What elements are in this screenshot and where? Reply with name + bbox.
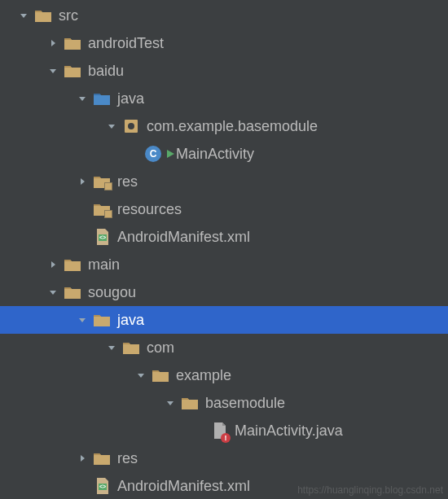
tree-item-label: sougou bbox=[88, 284, 136, 301]
tree-item-label: baidu bbox=[88, 63, 124, 80]
tree-item-label: java bbox=[117, 90, 144, 107]
folder-res-icon bbox=[93, 173, 111, 190]
tree-row[interactable]: src bbox=[0, 2, 448, 29]
xml-icon: <> bbox=[93, 228, 111, 246]
arrow-placeholder bbox=[192, 423, 207, 438]
tree-item-label: AndroidManifest.xml bbox=[117, 478, 250, 495]
tree-item-label: main bbox=[88, 256, 120, 274]
folder-icon bbox=[93, 449, 111, 467]
tree-item-label: basemodule bbox=[205, 395, 285, 412]
folder-icon bbox=[181, 394, 199, 412]
folder-icon bbox=[64, 62, 81, 80]
svg-point-1 bbox=[128, 123, 134, 129]
tree-row[interactable]: res bbox=[0, 168, 448, 195]
tree-row[interactable]: sougou bbox=[0, 278, 448, 306]
tree-item-label: MainActivity bbox=[176, 146, 254, 163]
watermark: https://huanglinqing.blog.csdn.net bbox=[297, 484, 443, 496]
chevron-down-icon[interactable] bbox=[75, 91, 90, 106]
tree-item-label: java bbox=[117, 312, 144, 329]
folder-icon bbox=[64, 256, 81, 274]
tree-row[interactable]: resources bbox=[0, 195, 448, 223]
tree-item-label: resources bbox=[117, 201, 182, 218]
folder-icon bbox=[34, 7, 52, 24]
chevron-down-icon[interactable] bbox=[16, 8, 31, 23]
tree-item-label: src bbox=[59, 7, 78, 24]
folder-icon bbox=[64, 283, 81, 301]
chevron-down-icon[interactable] bbox=[46, 285, 60, 300]
tree-item-label: res bbox=[117, 450, 138, 467]
class-run-icon: C bbox=[152, 145, 169, 163]
tree-row[interactable]: ! MainActivity.java bbox=[0, 417, 448, 444]
folder-icon bbox=[93, 311, 111, 329]
arrow-placeholder bbox=[75, 479, 90, 493]
folder-icon bbox=[122, 339, 140, 357]
folder-src-icon bbox=[93, 90, 111, 107]
tree-row[interactable]: <> AndroidManifest.xml bbox=[0, 223, 448, 251]
arrow-placeholder bbox=[75, 230, 90, 244]
chevron-right-icon[interactable] bbox=[46, 257, 60, 272]
chevron-right-icon[interactable] bbox=[75, 451, 90, 466]
chevron-down-icon[interactable] bbox=[46, 63, 60, 78]
folder-icon bbox=[64, 34, 81, 52]
chevron-right-icon[interactable] bbox=[75, 174, 90, 189]
tree-item-label: AndroidManifest.xml bbox=[117, 229, 250, 246]
tree-item-label: com bbox=[147, 339, 174, 357]
tree-row[interactable]: baidu bbox=[0, 57, 448, 85]
svg-text:<>: <> bbox=[99, 484, 106, 489]
chevron-down-icon[interactable] bbox=[104, 119, 119, 134]
chevron-down-icon[interactable] bbox=[75, 313, 90, 327]
chevron-right-icon[interactable] bbox=[46, 36, 60, 50]
tree-row[interactable]: java bbox=[0, 85, 448, 112]
folder-res-icon bbox=[93, 200, 111, 218]
xml-icon: <> bbox=[93, 477, 111, 495]
tree-item-label: MainActivity.java bbox=[235, 422, 343, 440]
tree-row[interactable]: com.example.basemodule bbox=[0, 112, 448, 140]
folder-icon bbox=[152, 366, 169, 384]
file-error-icon: ! bbox=[210, 422, 228, 440]
chevron-down-icon[interactable] bbox=[163, 396, 178, 410]
tree-row[interactable]: example bbox=[0, 361, 448, 389]
tree-row[interactable]: main bbox=[0, 251, 448, 278]
tree-row[interactable]: res bbox=[0, 444, 448, 472]
svg-text:<>: <> bbox=[99, 234, 106, 240]
package-icon bbox=[122, 117, 140, 135]
arrow-placeholder bbox=[75, 202, 90, 217]
tree-item-label: com.example.basemodule bbox=[147, 118, 318, 135]
chevron-down-icon[interactable] bbox=[104, 340, 119, 355]
tree-item-label: androidTest bbox=[88, 35, 164, 52]
tree-row[interactable]: C MainActivity bbox=[0, 140, 448, 168]
tree-row[interactable]: basemodule bbox=[0, 389, 448, 417]
chevron-down-icon[interactable] bbox=[134, 368, 148, 383]
project-tree: src androidTest baidu java com.example.b… bbox=[0, 0, 448, 499]
tree-row[interactable]: androidTest bbox=[0, 29, 448, 57]
tree-item-label: res bbox=[117, 173, 138, 190]
tree-row[interactable]: java bbox=[0, 306, 448, 334]
tree-row[interactable]: com bbox=[0, 334, 448, 361]
tree-item-label: example bbox=[176, 367, 231, 384]
